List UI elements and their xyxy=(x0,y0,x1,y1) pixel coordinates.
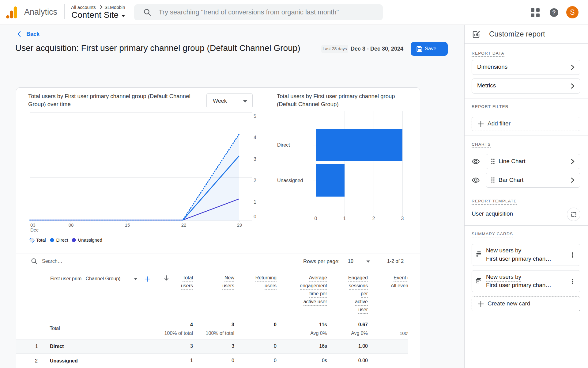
svg-text:22: 22 xyxy=(181,222,187,228)
svg-text:2: 2 xyxy=(254,178,256,183)
svg-text:Unassigned: Unassigned xyxy=(277,178,303,183)
svg-text:1: 1 xyxy=(343,216,346,221)
svg-text:5: 5 xyxy=(254,113,256,119)
svg-text:3: 3 xyxy=(401,216,404,221)
svg-text:Dec: Dec xyxy=(30,227,39,232)
svg-text:08: 08 xyxy=(69,222,74,228)
svg-text:2: 2 xyxy=(372,216,375,221)
svg-text:15: 15 xyxy=(125,222,130,228)
svg-text:Direct: Direct xyxy=(56,237,69,243)
svg-text:0: 0 xyxy=(315,216,317,221)
svg-text:Unassigned: Unassigned xyxy=(78,237,102,243)
svg-text:Direct: Direct xyxy=(277,142,290,148)
svg-text:1: 1 xyxy=(254,199,256,205)
svg-text:03: 03 xyxy=(30,222,36,228)
svg-text:3: 3 xyxy=(254,156,256,162)
svg-text:0: 0 xyxy=(254,214,256,219)
svg-text:29: 29 xyxy=(237,222,242,228)
svg-text:4: 4 xyxy=(254,135,256,140)
svg-text:Total: Total xyxy=(36,237,46,243)
